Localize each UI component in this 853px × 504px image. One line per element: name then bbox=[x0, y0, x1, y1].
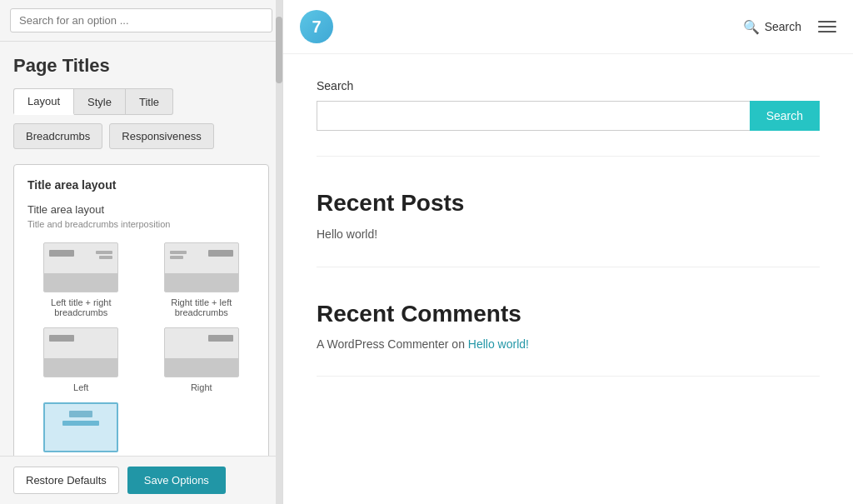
commenter-name: A WordPress Commenter bbox=[317, 337, 448, 351]
layout-label-left: Left bbox=[73, 382, 88, 392]
thumb-title bbox=[69, 411, 92, 417]
search-widget-label: Search bbox=[317, 79, 820, 92]
layout-label-left-right: Left title + right breadcrumbs bbox=[27, 297, 135, 317]
layout-thumb-right bbox=[164, 327, 239, 377]
thumb-line2 bbox=[99, 256, 112, 259]
thumb-line2 bbox=[170, 256, 183, 259]
panel-footer: Restore Defaults Save Options bbox=[0, 456, 282, 504]
thumb-title bbox=[208, 250, 233, 257]
search-widget: Search Search bbox=[317, 79, 820, 157]
site-number-badge: 7 bbox=[300, 10, 333, 43]
thumb-line1 bbox=[96, 251, 112, 254]
page-titles-heading: Page Titles bbox=[13, 55, 269, 77]
recent-posts-widget: Recent Posts Hello world! bbox=[317, 190, 820, 267]
layout-thumb-left-right bbox=[43, 242, 118, 292]
tab-breadcrumbs[interactable]: Breadcrumbs bbox=[13, 123, 102, 149]
recent-comments-heading: Recent Comments bbox=[317, 301, 820, 327]
thumb-line1 bbox=[170, 251, 187, 254]
layout-option-left[interactable]: Left bbox=[27, 327, 135, 392]
card-desc: Title and breadcrumbs interposition bbox=[27, 219, 255, 229]
right-content: Search Search Recent Posts Hello world! … bbox=[283, 54, 853, 435]
layout-thumb-left bbox=[43, 327, 118, 377]
thumb-blue-block bbox=[62, 421, 99, 426]
layout-label-right: Right bbox=[191, 382, 212, 392]
layout-option-left-right[interactable]: Left title + right breadcrumbs bbox=[27, 242, 135, 317]
tab-layout[interactable]: Layout bbox=[13, 88, 74, 115]
card-title: Title area layout bbox=[27, 178, 255, 192]
search-widget-row: Search bbox=[317, 101, 820, 131]
layout-options-grid: Left title + right breadcrumbs Right tit… bbox=[27, 242, 255, 456]
search-widget-input[interactable] bbox=[317, 101, 750, 131]
tab-title[interactable]: Title bbox=[126, 88, 173, 115]
thumb-bottom bbox=[44, 358, 117, 377]
layout-card: Title area layout Title area layout Titl… bbox=[13, 164, 269, 456]
panel-body: Page Titles Layout Style Title Breadcrum… bbox=[0, 42, 282, 456]
thumb-bottom bbox=[165, 358, 238, 377]
tab-row-2: Breadcrumbs Responsiveness bbox=[13, 123, 269, 149]
layout-option-right[interactable]: Right bbox=[148, 327, 256, 392]
search-input[interactable] bbox=[10, 8, 272, 32]
thumb-bottom bbox=[44, 273, 117, 292]
header-search-link[interactable]: 🔍 Search bbox=[743, 19, 801, 35]
layout-thumb-right-left bbox=[164, 242, 239, 292]
thumb-title bbox=[208, 335, 233, 342]
tab-responsiveness[interactable]: Responsiveness bbox=[109, 123, 213, 149]
hamburger-line-1 bbox=[818, 21, 836, 22]
hamburger-line-2 bbox=[818, 26, 836, 27]
thumb-title bbox=[49, 250, 74, 257]
save-options-button[interactable]: Save Options bbox=[127, 467, 226, 494]
thumb-bottom bbox=[165, 273, 238, 292]
search-icon: 🔍 bbox=[743, 19, 760, 35]
tab-style[interactable]: Style bbox=[74, 88, 126, 115]
recent-post-item[interactable]: Hello world! bbox=[317, 227, 377, 241]
layout-thumb-centered bbox=[43, 402, 118, 452]
thumb-title bbox=[49, 335, 74, 342]
hamburger-menu-icon[interactable] bbox=[818, 21, 836, 32]
scrollbar-thumb[interactable] bbox=[276, 17, 282, 83]
comment-post-link[interactable]: Hello world! bbox=[468, 337, 529, 351]
layout-option-centered[interactable]: Centered bbox=[27, 402, 135, 456]
layout-label-right-left: Right title + left breadcrumbs bbox=[148, 297, 256, 317]
restore-defaults-button[interactable]: Restore Defaults bbox=[13, 467, 119, 494]
left-panel: Page Titles Layout Style Title Breadcrum… bbox=[0, 0, 283, 504]
layout-option-right-left[interactable]: Right title + left breadcrumbs bbox=[148, 242, 256, 317]
header-search-label: Search bbox=[765, 20, 801, 33]
scrollbar-track[interactable] bbox=[276, 0, 282, 504]
right-panel: 7 🔍 Search Search Search Recent Posts bbox=[283, 0, 853, 504]
comment-on-text: on bbox=[451, 337, 467, 351]
recent-posts-heading: Recent Posts bbox=[317, 190, 820, 217]
hamburger-line-3 bbox=[818, 31, 836, 32]
card-subtitle: Title area layout bbox=[27, 203, 255, 216]
search-bar-wrap bbox=[0, 0, 282, 42]
right-header-actions: 🔍 Search bbox=[743, 19, 836, 35]
tab-row-1: Layout Style Title bbox=[13, 88, 269, 115]
right-header: 7 🔍 Search bbox=[283, 0, 853, 54]
recent-comments-widget: Recent Comments A WordPress Commenter on… bbox=[317, 301, 820, 377]
comment-text: A WordPress Commenter on Hello world! bbox=[317, 337, 820, 351]
search-widget-button[interactable]: Search bbox=[750, 101, 820, 131]
